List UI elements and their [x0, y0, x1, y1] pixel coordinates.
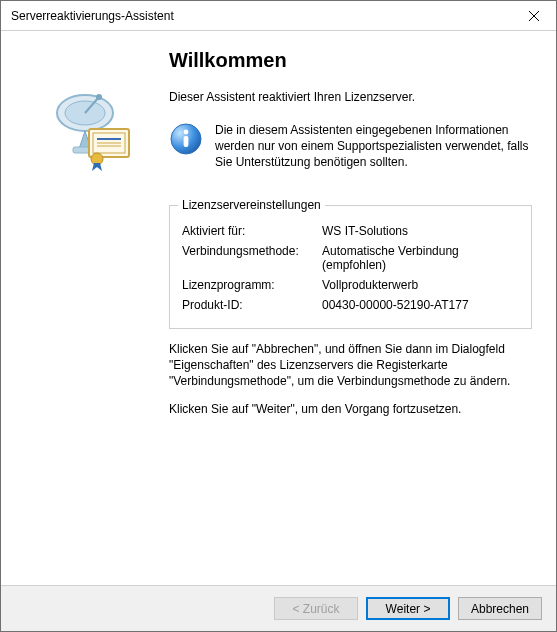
text-column: Willkommen Dieser Assistent reaktiviert … [165, 49, 532, 585]
info-row: Die in diesem Assistenten eingegebenen I… [169, 122, 532, 171]
close-icon [529, 11, 539, 21]
group-legend: Lizenzservereinstellungen [178, 198, 325, 212]
svg-point-14 [184, 130, 189, 135]
value-connection-method: Automatische Verbindung (empfohlen) [322, 244, 519, 272]
row-activated-for: Aktiviert für: WS IT-Solutions [182, 224, 519, 238]
license-server-illustration [45, 79, 145, 179]
label-license-program: Lizenzprogramm: [182, 278, 322, 292]
row-connection-method: Verbindungsmethode: Automatische Verbind… [182, 244, 519, 272]
close-button[interactable] [511, 1, 556, 31]
svg-point-6 [96, 94, 102, 100]
svg-rect-15 [184, 136, 189, 147]
next-button[interactable]: Weiter > [366, 597, 450, 620]
instruction-cancel: Klicken Sie auf "Abbrechen", und öffnen … [169, 341, 532, 390]
page-heading: Willkommen [169, 49, 532, 72]
instruction-next: Klicken Sie auf "Weiter", um den Vorgang… [169, 401, 532, 417]
license-settings-group: Lizenzservereinstellungen Aktiviert für:… [169, 205, 532, 329]
content-area: Willkommen Dieser Assistent reaktiviert … [1, 31, 556, 631]
label-activated-for: Aktiviert für: [182, 224, 322, 238]
main-panel: Willkommen Dieser Assistent reaktiviert … [1, 31, 556, 585]
label-connection-method: Verbindungsmethode: [182, 244, 322, 272]
value-license-program: Vollprodukterwerb [322, 278, 519, 292]
titlebar: Serverreaktivierungs-Assistent [1, 1, 556, 31]
row-license-program: Lizenzprogramm: Vollprodukterwerb [182, 278, 519, 292]
cancel-button[interactable]: Abbrechen [458, 597, 542, 620]
button-bar: < Zurück Weiter > Abbrechen [1, 585, 556, 631]
intro-text: Dieser Assistent reaktiviert Ihren Lizen… [169, 90, 532, 104]
illustration-column [25, 49, 165, 585]
window-title: Serverreaktivierungs-Assistent [11, 9, 511, 23]
back-button: < Zurück [274, 597, 358, 620]
value-activated-for: WS IT-Solutions [322, 224, 519, 238]
row-product-id: Produkt-ID: 00430-00000-52190-AT177 [182, 298, 519, 312]
value-product-id: 00430-00000-52190-AT177 [322, 298, 519, 312]
info-icon [169, 122, 203, 156]
info-text: Die in diesem Assistenten eingegebenen I… [215, 122, 532, 171]
label-product-id: Produkt-ID: [182, 298, 322, 312]
